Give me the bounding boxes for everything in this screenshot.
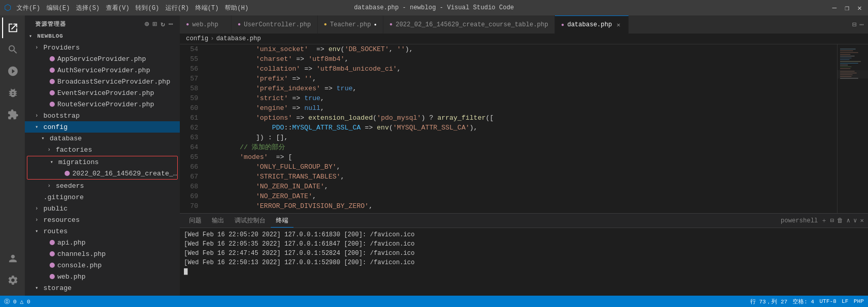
panel-right-actions[interactable]: powershell ＋ ⊟ 🗑 ∧ ∨ ✕ bbox=[781, 216, 864, 225]
activity-account[interactable] bbox=[2, 248, 23, 269]
tab-bar-actions[interactable]: ⊟ ⋯ bbox=[848, 15, 868, 34]
maximize-button[interactable]: ❐ bbox=[843, 4, 851, 12]
sidebar-item-channels[interactable]: channels.php bbox=[25, 248, 180, 260]
sidebar-item-console[interactable]: console.php bbox=[25, 260, 180, 271]
kill-terminal-icon[interactable]: 🗑 bbox=[837, 217, 843, 224]
file-icon-purple bbox=[50, 274, 55, 279]
svg-rect-16 bbox=[840, 75, 853, 75]
sidebar-header-icons[interactable]: ⊕ ⊞ ↻ ⋯ bbox=[145, 20, 174, 28]
tab-icon-database: ● bbox=[561, 22, 564, 28]
editor-panel-area: 54 55 56 57 58 59 60 61 62 63 64 65 66 6… bbox=[180, 44, 868, 296]
sidebar-item-authserviceprovider[interactable]: AuthServiceProvider.php bbox=[25, 64, 180, 76]
code-line-56: 'collation' => 'utf8mb4_unicode_ci', bbox=[208, 64, 837, 74]
refresh-icon[interactable]: ↻ bbox=[161, 20, 166, 28]
menu-edit[interactable]: 编辑(E) bbox=[47, 4, 70, 12]
sidebar-item-appserviceprovider[interactable]: AppServiceProvider.php bbox=[25, 53, 180, 64]
code-line-65: 'modes' => [ bbox=[208, 152, 837, 162]
minimize-button[interactable]: — bbox=[830, 4, 839, 12]
status-encoding[interactable]: UTF-8 bbox=[819, 298, 836, 304]
tab-web-php[interactable]: ● web.php bbox=[180, 15, 231, 34]
panel-tab-output[interactable]: 输出 bbox=[207, 214, 229, 227]
activity-explorer[interactable] bbox=[2, 18, 23, 38]
status-spaces[interactable]: 空格: 4 bbox=[793, 298, 814, 305]
chevron-down-icon: ▾ bbox=[35, 228, 43, 234]
menu-run[interactable]: 运行(R) bbox=[165, 4, 189, 12]
close-panel-icon[interactable]: ✕ bbox=[860, 217, 864, 224]
menu-view[interactable]: 查看(V) bbox=[106, 4, 130, 12]
menu-help[interactable]: 帮助(H) bbox=[225, 4, 249, 12]
editor-content[interactable]: 'unix_socket' => env('DB_SOCKET', ''), '… bbox=[204, 44, 837, 213]
sidebar-item-providers[interactable]: › Providers bbox=[25, 42, 180, 53]
status-language[interactable]: PHP bbox=[854, 298, 864, 304]
sidebar-item-migration-file[interactable]: 2022_02_16_145629_create_course_table...… bbox=[27, 168, 177, 179]
breadcrumb-file[interactable]: database.php bbox=[216, 35, 260, 42]
close-button[interactable]: ✕ bbox=[856, 4, 864, 12]
sidebar: 资源管理器 ⊕ ⊞ ↻ ⋯ ▾ NEWBLOG › Providers AppS… bbox=[25, 15, 180, 296]
new-folder-icon[interactable]: ⊞ bbox=[152, 20, 158, 28]
chevron-down-icon: ▾ bbox=[41, 135, 50, 141]
project-root[interactable]: ▾ NEWBLOG bbox=[25, 30, 180, 42]
sidebar-item-bootstrap[interactable]: › bootstrap bbox=[25, 110, 180, 121]
sidebar-item-config[interactable]: ▾ config bbox=[25, 121, 180, 133]
activity-extensions[interactable] bbox=[2, 104, 23, 125]
tab-icon-teacher: ● bbox=[324, 22, 327, 27]
activity-git[interactable] bbox=[2, 61, 23, 82]
breadcrumb-config[interactable]: config bbox=[186, 35, 208, 42]
code-line-54: 'unix_socket' => env('DB_SOCKET', ''), bbox=[208, 44, 837, 54]
terminal-content[interactable]: [Wed Feb 16 22:05:20 2022] 127.0.0.1:618… bbox=[180, 228, 868, 296]
chevron-right-icon: › bbox=[48, 147, 56, 153]
sidebar-item-gitignore[interactable]: .gitignore bbox=[25, 191, 180, 203]
panel-tab-debug[interactable]: 调试控制台 bbox=[229, 214, 271, 227]
sidebar-item-public[interactable]: › public bbox=[25, 203, 180, 214]
collapse-all-icon[interactable]: ⋯ bbox=[168, 20, 174, 28]
sidebar-tree: › Providers AppServiceProvider.php AuthS… bbox=[25, 42, 180, 296]
menu-terminal[interactable]: 终端(T) bbox=[195, 4, 219, 12]
tab-database[interactable]: ● database.php ✕ bbox=[555, 15, 629, 34]
svg-rect-10 bbox=[840, 65, 848, 66]
status-errors-warnings[interactable]: ⓪ 0 △ 0 bbox=[4, 298, 30, 305]
sidebar-item-api[interactable]: api.php bbox=[25, 237, 180, 248]
tab-teacher[interactable]: ● Teacher.php ● bbox=[318, 15, 383, 34]
panel-tab-terminal[interactable]: 终端 bbox=[271, 214, 293, 228]
tab-migration[interactable]: ● 2022_02_16_145629_create_course_table.… bbox=[383, 15, 555, 34]
sidebar-item-eventserviceprovider[interactable]: EventServiceProvider.php bbox=[25, 87, 180, 99]
menu-bar[interactable]: 文件(F) 编辑(E) 选择(S) 查看(V) 转到(G) 运行(R) 终端(T… bbox=[17, 4, 249, 12]
split-editor-icon[interactable]: ⊟ bbox=[852, 20, 856, 29]
activity-debug[interactable] bbox=[2, 83, 23, 103]
panel-tab-problems[interactable]: 问题 bbox=[184, 214, 207, 227]
sidebar-label-resources: resources bbox=[43, 216, 180, 224]
activity-search[interactable] bbox=[2, 39, 23, 60]
sidebar-item-seeders[interactable]: › seeders bbox=[25, 180, 180, 191]
sidebar-item-database[interactable]: ▾ database bbox=[25, 133, 180, 144]
sidebar-item-migrations[interactable]: ▾ migrations bbox=[27, 156, 177, 168]
sidebar-item-web[interactable]: web.php bbox=[25, 271, 180, 282]
tab-usercontroller[interactable]: ● UserController.php bbox=[231, 15, 318, 34]
sidebar-item-storage[interactable]: ▾ storage bbox=[25, 282, 180, 294]
status-line-col[interactable]: 行 73，列 27 bbox=[750, 298, 788, 305]
window-controls[interactable]: — ❐ ✕ bbox=[830, 4, 864, 12]
sidebar-label-eventserviceprovider: EventServiceProvider.php bbox=[57, 89, 180, 97]
tab-close-database[interactable]: ✕ bbox=[615, 21, 622, 29]
activity-settings[interactable] bbox=[2, 270, 23, 290]
sidebar-label-migration-file: 2022_02_16_145629_create_course_table...… bbox=[72, 170, 177, 177]
menu-select[interactable]: 选择(S) bbox=[76, 4, 100, 12]
sidebar-label-gitignore: .gitignore bbox=[43, 193, 180, 201]
chevron-down-icon[interactable]: ∨ bbox=[854, 217, 857, 224]
status-line-ending[interactable]: LF bbox=[842, 298, 848, 304]
chevron-up-icon[interactable]: ∧ bbox=[846, 217, 850, 224]
sidebar-item-routeserviceprovider[interactable]: RouteServiceProvider.php bbox=[25, 99, 180, 110]
sidebar-item-broadcastserviceprovider[interactable]: BroadcastServiceProvider.php bbox=[25, 76, 180, 87]
terminal-cursor-line: █ bbox=[184, 267, 864, 277]
more-actions-icon[interactable]: ⋯ bbox=[860, 20, 864, 29]
new-file-icon[interactable]: ⊕ bbox=[145, 20, 150, 28]
svg-rect-0 bbox=[838, 44, 868, 213]
sidebar-label-config: config bbox=[43, 123, 180, 131]
svg-rect-3 bbox=[840, 52, 858, 53]
menu-goto[interactable]: 转到(G) bbox=[135, 4, 159, 12]
sidebar-item-resources[interactable]: › resources bbox=[25, 214, 180, 225]
menu-file[interactable]: 文件(F) bbox=[17, 4, 40, 12]
split-terminal-icon[interactable]: ⊟ bbox=[830, 217, 834, 224]
new-terminal-icon[interactable]: ＋ bbox=[821, 216, 827, 225]
sidebar-item-factories[interactable]: › factories bbox=[25, 144, 180, 155]
sidebar-item-routes[interactable]: ▾ routes bbox=[25, 225, 180, 237]
